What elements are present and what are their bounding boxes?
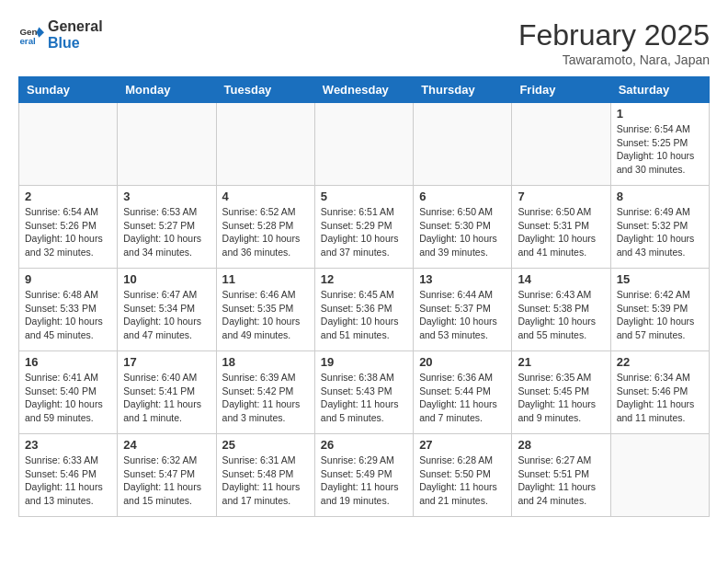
day-info: Sunrise: 6:45 AM Sunset: 5:36 PM Dayligh… bbox=[321, 288, 407, 342]
day-number: 15 bbox=[617, 272, 703, 286]
calendar-cell: 7Sunrise: 6:50 AM Sunset: 5:31 PM Daylig… bbox=[512, 186, 610, 269]
week-row-4: 23Sunrise: 6:33 AM Sunset: 5:46 PM Dayli… bbox=[19, 434, 710, 517]
calendar-cell: 28Sunrise: 6:27 AM Sunset: 5:51 PM Dayli… bbox=[512, 434, 610, 517]
day-info: Sunrise: 6:44 AM Sunset: 5:37 PM Dayligh… bbox=[419, 288, 506, 342]
calendar-cell: 18Sunrise: 6:39 AM Sunset: 5:42 PM Dayli… bbox=[216, 351, 314, 434]
logo-line2: Blue bbox=[48, 35, 103, 52]
calendar-cell: 26Sunrise: 6:29 AM Sunset: 5:49 PM Dayli… bbox=[314, 434, 413, 517]
weekday-header-thursday: Thursday bbox=[414, 77, 512, 103]
logo: Gen eral General Blue bbox=[18, 18, 103, 51]
day-info: Sunrise: 6:51 AM Sunset: 5:29 PM Dayligh… bbox=[321, 205, 407, 259]
day-number: 19 bbox=[321, 355, 407, 369]
day-info: Sunrise: 6:32 AM Sunset: 5:47 PM Dayligh… bbox=[123, 454, 210, 508]
calendar-cell: 20Sunrise: 6:36 AM Sunset: 5:44 PM Dayli… bbox=[414, 351, 512, 434]
calendar-cell: 14Sunrise: 6:43 AM Sunset: 5:38 PM Dayli… bbox=[512, 269, 610, 351]
week-row-1: 2Sunrise: 6:54 AM Sunset: 5:26 PM Daylig… bbox=[19, 186, 710, 269]
week-row-3: 16Sunrise: 6:41 AM Sunset: 5:40 PM Dayli… bbox=[19, 351, 710, 434]
logo-line1: General bbox=[48, 18, 103, 35]
day-info: Sunrise: 6:39 AM Sunset: 5:42 PM Dayligh… bbox=[222, 371, 309, 425]
day-number: 17 bbox=[123, 355, 210, 369]
location-title: Tawaramoto, Nara, Japan bbox=[518, 52, 710, 67]
day-info: Sunrise: 6:41 AM Sunset: 5:40 PM Dayligh… bbox=[25, 371, 111, 425]
day-info: Sunrise: 6:48 AM Sunset: 5:33 PM Dayligh… bbox=[25, 288, 111, 342]
calendar-cell: 25Sunrise: 6:31 AM Sunset: 5:48 PM Dayli… bbox=[216, 434, 314, 517]
day-number: 20 bbox=[419, 355, 506, 369]
calendar-cell bbox=[610, 434, 709, 517]
title-block: February 2025 Tawaramoto, Nara, Japan bbox=[518, 18, 710, 67]
day-info: Sunrise: 6:36 AM Sunset: 5:44 PM Dayligh… bbox=[419, 371, 506, 425]
calendar-cell: 13Sunrise: 6:44 AM Sunset: 5:37 PM Dayli… bbox=[414, 269, 512, 351]
calendar-cell bbox=[19, 103, 118, 186]
calendar-cell: 2Sunrise: 6:54 AM Sunset: 5:26 PM Daylig… bbox=[19, 186, 118, 269]
weekday-header-wednesday: Wednesday bbox=[314, 77, 413, 103]
calendar-cell: 5Sunrise: 6:51 AM Sunset: 5:29 PM Daylig… bbox=[314, 186, 413, 269]
day-info: Sunrise: 6:40 AM Sunset: 5:41 PM Dayligh… bbox=[123, 371, 210, 425]
day-number: 11 bbox=[222, 272, 309, 286]
day-info: Sunrise: 6:35 AM Sunset: 5:45 PM Dayligh… bbox=[518, 371, 604, 425]
day-info: Sunrise: 6:33 AM Sunset: 5:46 PM Dayligh… bbox=[25, 454, 111, 508]
week-row-0: 1Sunrise: 6:54 AM Sunset: 5:25 PM Daylig… bbox=[19, 103, 710, 186]
weekday-header-monday: Monday bbox=[118, 77, 216, 103]
day-number: 7 bbox=[518, 190, 604, 203]
day-number: 4 bbox=[222, 190, 309, 203]
day-number: 6 bbox=[419, 190, 506, 203]
day-info: Sunrise: 6:38 AM Sunset: 5:43 PM Dayligh… bbox=[321, 371, 407, 425]
calendar: SundayMondayTuesdayWednesdayThursdayFrid… bbox=[18, 76, 710, 517]
calendar-cell: 11Sunrise: 6:46 AM Sunset: 5:35 PM Dayli… bbox=[216, 269, 314, 351]
day-info: Sunrise: 6:29 AM Sunset: 5:49 PM Dayligh… bbox=[321, 454, 407, 508]
calendar-cell bbox=[314, 103, 413, 186]
calendar-cell: 19Sunrise: 6:38 AM Sunset: 5:43 PM Dayli… bbox=[314, 351, 413, 434]
day-info: Sunrise: 6:49 AM Sunset: 5:32 PM Dayligh… bbox=[617, 205, 703, 259]
day-number: 25 bbox=[222, 438, 309, 452]
calendar-cell: 17Sunrise: 6:40 AM Sunset: 5:41 PM Dayli… bbox=[118, 351, 216, 434]
calendar-cell bbox=[512, 103, 610, 186]
day-info: Sunrise: 6:42 AM Sunset: 5:39 PM Dayligh… bbox=[617, 288, 703, 342]
calendar-cell: 16Sunrise: 6:41 AM Sunset: 5:40 PM Dayli… bbox=[19, 351, 118, 434]
day-info: Sunrise: 6:43 AM Sunset: 5:38 PM Dayligh… bbox=[518, 288, 604, 342]
day-number: 14 bbox=[518, 272, 604, 286]
day-number: 2 bbox=[25, 190, 111, 203]
calendar-cell: 21Sunrise: 6:35 AM Sunset: 5:45 PM Dayli… bbox=[512, 351, 610, 434]
weekday-header-sunday: Sunday bbox=[19, 77, 118, 103]
week-row-2: 9Sunrise: 6:48 AM Sunset: 5:33 PM Daylig… bbox=[19, 269, 710, 351]
day-info: Sunrise: 6:52 AM Sunset: 5:28 PM Dayligh… bbox=[222, 205, 309, 259]
weekday-header-friday: Friday bbox=[512, 77, 610, 103]
day-number: 27 bbox=[419, 438, 506, 452]
day-number: 16 bbox=[25, 355, 111, 369]
calendar-cell: 3Sunrise: 6:53 AM Sunset: 5:27 PM Daylig… bbox=[118, 186, 216, 269]
day-info: Sunrise: 6:50 AM Sunset: 5:30 PM Dayligh… bbox=[419, 205, 506, 259]
calendar-cell: 6Sunrise: 6:50 AM Sunset: 5:30 PM Daylig… bbox=[414, 186, 512, 269]
day-info: Sunrise: 6:28 AM Sunset: 5:50 PM Dayligh… bbox=[419, 454, 506, 508]
day-info: Sunrise: 6:27 AM Sunset: 5:51 PM Dayligh… bbox=[518, 454, 604, 508]
svg-marker-2 bbox=[37, 27, 44, 37]
calendar-cell: 23Sunrise: 6:33 AM Sunset: 5:46 PM Dayli… bbox=[19, 434, 118, 517]
day-number: 13 bbox=[419, 272, 506, 286]
day-number: 23 bbox=[25, 438, 111, 452]
calendar-cell: 8Sunrise: 6:49 AM Sunset: 5:32 PM Daylig… bbox=[610, 186, 709, 269]
day-info: Sunrise: 6:54 AM Sunset: 5:25 PM Dayligh… bbox=[617, 122, 703, 177]
day-info: Sunrise: 6:47 AM Sunset: 5:34 PM Dayligh… bbox=[123, 288, 210, 342]
day-number: 8 bbox=[617, 190, 703, 203]
calendar-cell: 24Sunrise: 6:32 AM Sunset: 5:47 PM Dayli… bbox=[118, 434, 216, 517]
day-number: 21 bbox=[518, 355, 604, 369]
day-number: 3 bbox=[123, 190, 210, 203]
month-title: February 2025 bbox=[518, 18, 710, 52]
day-number: 26 bbox=[321, 438, 407, 452]
day-number: 9 bbox=[25, 272, 111, 286]
calendar-cell: 9Sunrise: 6:48 AM Sunset: 5:33 PM Daylig… bbox=[19, 269, 118, 351]
calendar-cell bbox=[118, 103, 216, 186]
weekday-header-saturday: Saturday bbox=[610, 77, 709, 103]
weekday-header-tuesday: Tuesday bbox=[216, 77, 314, 103]
day-number: 18 bbox=[222, 355, 309, 369]
day-info: Sunrise: 6:34 AM Sunset: 5:46 PM Dayligh… bbox=[617, 371, 703, 425]
calendar-cell: 12Sunrise: 6:45 AM Sunset: 5:36 PM Dayli… bbox=[314, 269, 413, 351]
day-number: 10 bbox=[123, 272, 210, 286]
day-info: Sunrise: 6:54 AM Sunset: 5:26 PM Dayligh… bbox=[25, 205, 111, 259]
calendar-cell: 1Sunrise: 6:54 AM Sunset: 5:25 PM Daylig… bbox=[610, 103, 709, 186]
day-number: 22 bbox=[617, 355, 703, 369]
calendar-cell: 22Sunrise: 6:34 AM Sunset: 5:46 PM Dayli… bbox=[610, 351, 709, 434]
calendar-cell: 4Sunrise: 6:52 AM Sunset: 5:28 PM Daylig… bbox=[216, 186, 314, 269]
calendar-cell bbox=[414, 103, 512, 186]
calendar-cell: 27Sunrise: 6:28 AM Sunset: 5:50 PM Dayli… bbox=[414, 434, 512, 517]
day-number: 28 bbox=[518, 438, 604, 452]
